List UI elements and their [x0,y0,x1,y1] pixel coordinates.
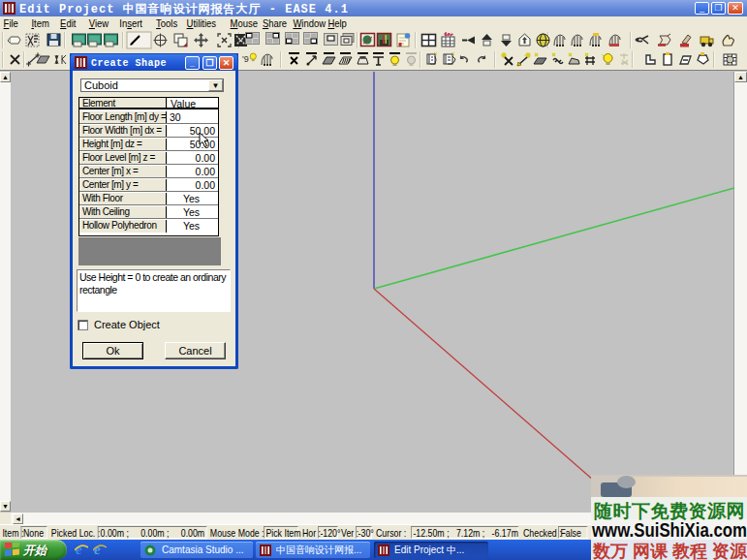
svg-text:'9: '9 [242,54,249,64]
